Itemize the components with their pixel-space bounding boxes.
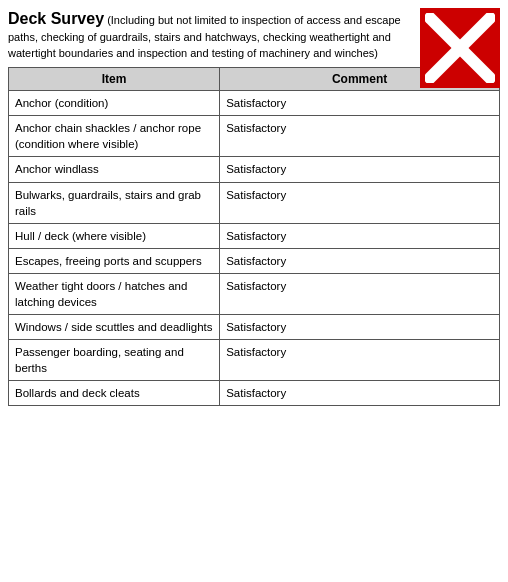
- item-cell: Escapes, freeing ports and scuppers: [9, 248, 220, 273]
- table-row: Escapes, freeing ports and scuppersSatis…: [9, 248, 500, 273]
- page-title: Deck Survey: [8, 10, 104, 27]
- table-row: Anchor windlassSatisfactory: [9, 157, 500, 182]
- header-section: Deck Survey (Including but not limited t…: [8, 8, 500, 61]
- comment-cell: Satisfactory: [220, 315, 500, 340]
- comment-cell: Satisfactory: [220, 223, 500, 248]
- x-mark-icon: [420, 8, 500, 88]
- item-cell: Weather tight doors / hatches and latchi…: [9, 273, 220, 314]
- table-row: Bollards and deck cleatsSatisfactory: [9, 381, 500, 406]
- table-row: Anchor chain shackles / anchor rope (con…: [9, 116, 500, 157]
- comment-cell: Satisfactory: [220, 340, 500, 381]
- item-cell: Bulwarks, guardrails, stairs and grab ra…: [9, 182, 220, 223]
- comment-cell: Satisfactory: [220, 116, 500, 157]
- item-cell: Anchor (condition): [9, 91, 220, 116]
- table-row: Passenger boarding, seating and berthsSa…: [9, 340, 500, 381]
- table-row: Windows / side scuttles and deadlightsSa…: [9, 315, 500, 340]
- table-row: Weather tight doors / hatches and latchi…: [9, 273, 500, 314]
- col-item-header: Item: [9, 68, 220, 91]
- comment-cell: Satisfactory: [220, 248, 500, 273]
- item-cell: Anchor chain shackles / anchor rope (con…: [9, 116, 220, 157]
- item-cell: Passenger boarding, seating and berths: [9, 340, 220, 381]
- item-cell: Hull / deck (where visible): [9, 223, 220, 248]
- comment-cell: Satisfactory: [220, 91, 500, 116]
- survey-table: Item Comment Anchor (condition)Satisfact…: [8, 67, 500, 406]
- comment-cell: Satisfactory: [220, 273, 500, 314]
- comment-cell: Satisfactory: [220, 381, 500, 406]
- table-row: Bulwarks, guardrails, stairs and grab ra…: [9, 182, 500, 223]
- comment-cell: Satisfactory: [220, 182, 500, 223]
- comment-cell: Satisfactory: [220, 157, 500, 182]
- table-row: Hull / deck (where visible)Satisfactory: [9, 223, 500, 248]
- table-row: Anchor (condition)Satisfactory: [9, 91, 500, 116]
- item-cell: Bollards and deck cleats: [9, 381, 220, 406]
- item-cell: Windows / side scuttles and deadlights: [9, 315, 220, 340]
- item-cell: Anchor windlass: [9, 157, 220, 182]
